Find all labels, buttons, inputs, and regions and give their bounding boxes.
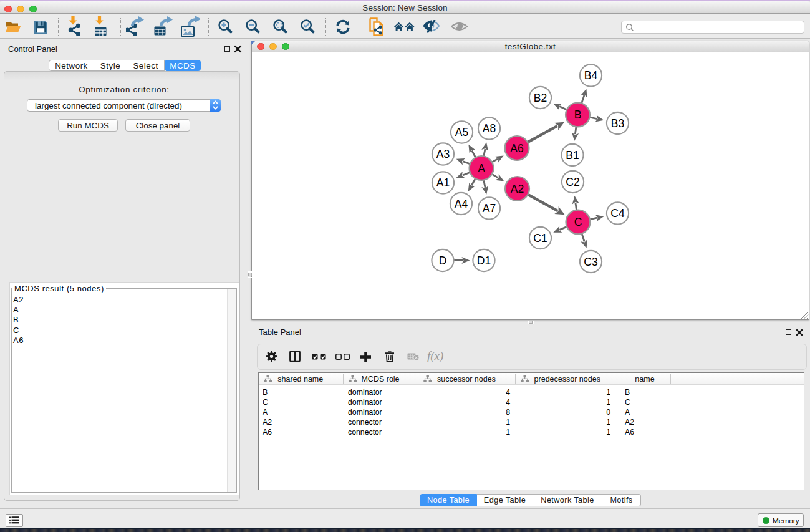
svg-text:B1: B1	[566, 148, 579, 161]
svg-text:C1: C1	[533, 231, 547, 244]
svg-text:C: C	[574, 216, 582, 228]
svg-text:A4: A4	[455, 197, 468, 210]
svg-text:B3: B3	[611, 117, 624, 129]
svg-text:A3: A3	[436, 148, 450, 160]
svg-text:C4: C4	[610, 207, 625, 220]
svg-text:A2: A2	[511, 182, 524, 195]
svg-text:A8: A8	[483, 122, 496, 135]
svg-text:A6: A6	[510, 142, 523, 154]
svg-text:A1: A1	[436, 177, 450, 189]
svg-text:A: A	[478, 162, 485, 174]
svg-text:C3: C3	[584, 255, 597, 268]
svg-text:A7: A7	[483, 202, 496, 215]
svg-text:B: B	[574, 109, 582, 121]
svg-text:A5: A5	[455, 126, 468, 138]
svg-text:B4: B4	[584, 69, 598, 82]
svg-text:C2: C2	[566, 175, 579, 188]
svg-text:D: D	[439, 254, 447, 266]
svg-text:D1: D1	[477, 254, 491, 266]
svg-text:B2: B2	[534, 91, 547, 104]
